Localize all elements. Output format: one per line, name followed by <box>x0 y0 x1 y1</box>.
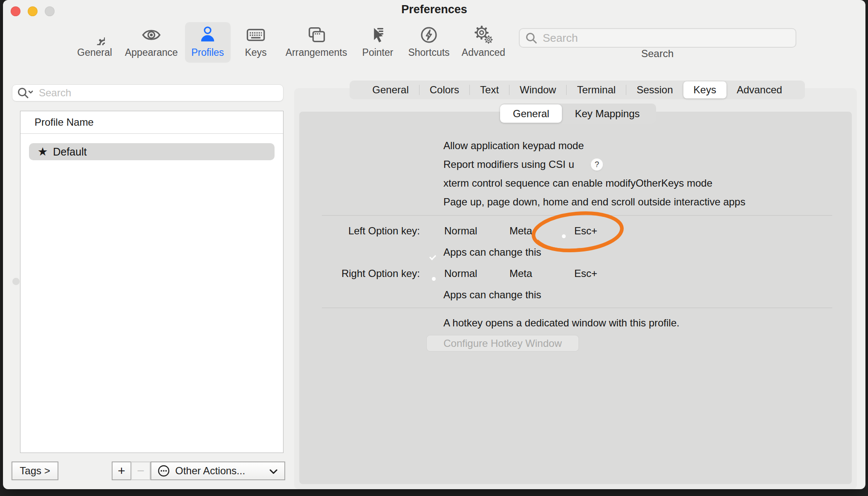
toolbar-item-keys[interactable]: Keys <box>222 22 290 63</box>
subtab-key-mappings[interactable]: Key Mappings <box>562 104 652 123</box>
tab-keys[interactable]: Keys <box>683 81 726 98</box>
add-profile-button[interactable]: + <box>112 461 131 480</box>
help-button[interactable]: ? <box>590 158 603 171</box>
radio-label: Esc+ <box>574 225 597 237</box>
preferences-window: Preferences General Appearance Profiles <box>3 0 865 489</box>
tab-colors[interactable]: Colors <box>420 81 469 98</box>
toolbar-item-label: Arrangements <box>282 47 350 58</box>
tab-window[interactable]: Window <box>509 81 566 98</box>
radio-label: Normal <box>444 268 477 280</box>
separator <box>322 308 832 308</box>
option-label: Apps can change this <box>443 246 541 258</box>
radio-label: Normal <box>444 225 477 237</box>
profile-row-default[interactable]: ★ Default <box>29 143 275 160</box>
radio-label: Meta <box>509 225 532 237</box>
person-icon <box>197 25 218 45</box>
option-label: Apps can change this <box>443 289 541 301</box>
profile-list: Profile Name ★ Default <box>20 111 284 453</box>
title-bar: Preferences <box>3 0 865 20</box>
toolbar-search-field[interactable] <box>519 28 796 48</box>
tab-text[interactable]: Text <box>470 81 509 98</box>
toolbar-search-input[interactable] <box>542 31 796 45</box>
eye-icon <box>141 25 162 45</box>
search-menu-icon <box>17 87 35 99</box>
profile-search-field[interactable] <box>12 84 284 101</box>
option-label: Allow application keypad mode <box>443 140 584 152</box>
separator <box>322 215 832 216</box>
remove-profile-button: − <box>131 461 150 480</box>
search-icon <box>525 32 538 44</box>
radio-label: Esc+ <box>574 268 597 280</box>
profile-search-input[interactable] <box>38 87 283 99</box>
cursor-icon <box>367 25 388 45</box>
subtab-general[interactable]: General <box>500 104 562 123</box>
tab-session[interactable]: Session <box>626 81 683 98</box>
pane-resize-dot <box>12 278 20 285</box>
left-apps-row[interactable]: Apps can change this <box>299 245 852 260</box>
toolbar-item-arrangements[interactable]: Arrangements <box>282 22 350 63</box>
configure-hotkey-window-button: Configure Hotkey Window <box>426 335 579 352</box>
option-label: Report modifiers using CSI u <box>443 159 574 170</box>
profile-tab-bar: General Colors Text Window Terminal Sess… <box>350 81 805 99</box>
tab-advanced[interactable]: Advanced <box>726 81 793 98</box>
option-label: A hotkey opens a dedicated window with t… <box>443 317 680 329</box>
other-actions-dropdown[interactable]: Other Actions... <box>150 461 285 480</box>
option-row[interactable]: Page up, page down, home and end scroll … <box>299 195 852 209</box>
windows-icon <box>306 25 327 45</box>
right-option-key-row: Right Option key: Normal Meta Esc+ <box>299 266 852 281</box>
left-option-key-label: Left Option key: <box>299 225 420 237</box>
tab-general[interactable]: General <box>362 81 419 98</box>
right-apps-row[interactable]: Apps can change this <box>299 288 852 302</box>
other-actions-label: Other Actions... <box>175 465 245 477</box>
toolbar-item-label: Advanced <box>449 47 518 58</box>
option-row[interactable]: xterm control sequence can enable modify… <box>299 176 852 190</box>
toolbar-search-label: Search <box>593 48 721 60</box>
option-row[interactable]: Report modifiers using CSI u ? <box>299 157 852 172</box>
circle-ellipsis-icon <box>157 464 170 477</box>
gears-icon <box>473 25 494 45</box>
radio-label: Meta <box>509 268 532 280</box>
window-title: Preferences <box>3 3 865 16</box>
left-option-key-row: Left Option key: Normal Meta Esc+ <box>299 224 852 238</box>
keys-general-pane: Allow application keypad mode Report mod… <box>299 112 852 484</box>
tags-button[interactable]: Tags > <box>12 461 58 480</box>
option-label: xterm control sequence can enable modify… <box>443 177 712 189</box>
toolbar-item-label: Keys <box>222 47 290 58</box>
star-icon: ★ <box>38 143 48 160</box>
tab-terminal[interactable]: Terminal <box>567 81 626 98</box>
hotkey-row[interactable]: A hotkey opens a dedicated window with t… <box>299 316 852 330</box>
chevron-down-icon <box>269 469 278 474</box>
bolt-icon <box>419 25 439 45</box>
keys-subtab-bar: General Key Mappings <box>500 104 656 124</box>
toolbar-item-advanced[interactable]: Advanced <box>449 22 518 63</box>
profile-list-header: Profile Name <box>20 111 283 134</box>
keyboard-icon <box>246 25 266 45</box>
right-option-key-label: Right Option key: <box>299 268 420 280</box>
profile-name: Default <box>53 146 87 158</box>
option-label: Page up, page down, home and end scroll … <box>443 196 745 208</box>
option-row[interactable]: Allow application keypad mode <box>299 138 852 153</box>
gear-icon <box>84 25 105 45</box>
